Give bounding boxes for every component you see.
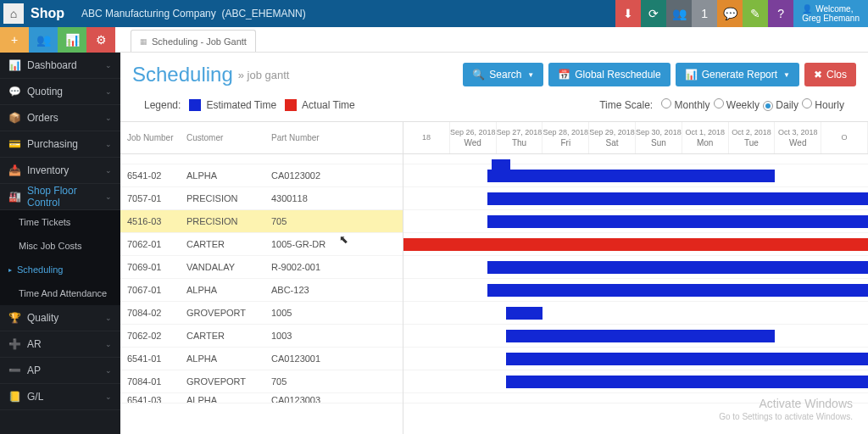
- table-row[interactable]: 7062-01CARTER1005-GR-DR: [120, 233, 403, 256]
- column-customer[interactable]: Customer: [180, 133, 264, 142]
- gantt-chart: Job Number Customer Part Number 6541-02A…: [120, 121, 868, 434]
- sidebar-item-quality[interactable]: 🏆Quality⌄: [0, 305, 120, 331]
- chevron-down-icon: ⌄: [105, 366, 112, 375]
- estimated-bar[interactable]: [506, 376, 868, 388]
- timescale-option-daily[interactable]: Daily: [763, 99, 798, 111]
- timeline-column: Sep 28, 2018Fri: [542, 122, 589, 153]
- table-row[interactable]: 7069-01VANDALAYR-9002-001: [120, 256, 403, 279]
- gears-icon[interactable]: ⚙: [86, 27, 115, 53]
- chat-icon[interactable]: 💬: [717, 0, 743, 27]
- gantt-row[interactable]: [403, 393, 868, 403]
- gantt-row[interactable]: [403, 279, 868, 302]
- estimated-bar[interactable]: [487, 170, 776, 182]
- customer-cell: CARTER: [180, 331, 264, 341]
- gantt-row[interactable]: [403, 187, 868, 210]
- timescale-option-hourly[interactable]: Hourly: [802, 99, 844, 111]
- radio-icon: [802, 98, 812, 108]
- app-logo: ⌂: [3, 3, 24, 24]
- timescale-option-monthly[interactable]: Monthly: [661, 99, 709, 111]
- generate-report-button[interactable]: 📊Generate Report▼: [676, 63, 799, 86]
- table-row[interactable]: [120, 154, 403, 164]
- sidebar-item-ap[interactable]: ➖AP⌄: [0, 358, 120, 384]
- chevron-down-icon: ⌄: [105, 114, 112, 122]
- sidebar-subitem-time-tickets[interactable]: Time Tickets: [0, 210, 120, 234]
- tab-scheduling-job-gantt[interactable]: ▦ Scheduling - Job Gantt: [131, 30, 256, 52]
- sidebar-item-purchasing[interactable]: 💳Purchasing⌄: [0, 131, 120, 158]
- user-welcome[interactable]: 👤Welcome, Greg Ehemann: [793, 0, 868, 27]
- edit-icon[interactable]: ✎: [743, 0, 768, 27]
- table-row[interactable]: 7057-01PRECISION4300118: [120, 187, 403, 210]
- search-button[interactable]: 🔍Search▼: [463, 63, 543, 86]
- legend-actual-swatch: [285, 99, 297, 111]
- estimated-bar[interactable]: [487, 192, 868, 205]
- gantt-row[interactable]: [403, 210, 868, 233]
- sidebar-item-quoting[interactable]: 💬Quoting⌄: [0, 79, 120, 105]
- sidebar-item-orders[interactable]: 📦Orders⌄: [0, 105, 120, 131]
- nav-label: Orders: [27, 112, 98, 124]
- gantt-row[interactable]: [403, 256, 868, 279]
- table-row[interactable]: 6541-03ALPHACA0123003: [120, 393, 403, 403]
- chart-icon[interactable]: 📊: [58, 27, 86, 53]
- estimated-bar[interactable]: [487, 261, 868, 274]
- gantt-row[interactable]: [403, 233, 868, 256]
- sidebar-subitem-misc-job-costs[interactable]: Misc Job Costs: [0, 234, 120, 258]
- table-row[interactable]: 4516-03PRECISION705: [120, 210, 403, 233]
- gantt-row[interactable]: [403, 348, 868, 370]
- table-row[interactable]: 6541-02ALPHACA0123002: [120, 164, 403, 187]
- estimated-bar[interactable]: [506, 353, 868, 365]
- table-row[interactable]: 7062-02CARTER1003: [120, 325, 403, 348]
- timeline-column: Sep 26, 2018Wed: [450, 122, 497, 153]
- timeline-column: Sep 30, 2018Sun: [636, 122, 682, 153]
- table-row[interactable]: 7067-01ALPHAABC-123: [120, 279, 403, 302]
- users-icon[interactable]: 👥: [666, 0, 692, 27]
- badge-icon[interactable]: 1: [692, 0, 717, 27]
- sidebar-item-g/l[interactable]: 📒G/L⌄: [0, 384, 120, 410]
- estimated-bar[interactable]: [487, 215, 868, 228]
- sidebar-item-inventory[interactable]: 📥Inventory⌄: [0, 158, 120, 184]
- chevron-down-icon: ▼: [527, 71, 534, 79]
- part-number-cell: CA0123001: [264, 353, 403, 364]
- close-button[interactable]: ✖Clos: [804, 63, 856, 86]
- help-icon[interactable]: ?: [768, 0, 793, 27]
- gantt-row[interactable]: [403, 325, 868, 348]
- nav-label: Purchasing: [27, 138, 98, 150]
- sidebar-item-ar[interactable]: ➕AR⌄: [0, 331, 120, 358]
- user-name: Greg Ehemann: [802, 14, 860, 23]
- user-icon: 👤: [802, 4, 812, 14]
- refresh-icon[interactable]: ⟳: [641, 0, 666, 27]
- job-number-cell: 7062-02: [120, 331, 180, 341]
- global-reschedule-button[interactable]: 📅Global Reschedule: [548, 63, 670, 86]
- sidebar-subitem-time-and-attendance[interactable]: Time And Attendance: [0, 281, 120, 305]
- plus-icon[interactable]: +: [0, 27, 29, 53]
- sidebar-item-shop-floor-control[interactable]: 🏭Shop Floor Control⌄: [0, 184, 120, 210]
- download-icon[interactable]: ⬇: [615, 0, 641, 27]
- table-row[interactable]: 7084-02GROVEPORT1005: [120, 302, 403, 325]
- gantt-row[interactable]: [403, 164, 868, 187]
- column-part-number[interactable]: Part Number: [264, 133, 403, 142]
- table-row[interactable]: 7084-01GROVEPORT705: [120, 370, 403, 393]
- estimated-bar[interactable]: [506, 330, 776, 342]
- table-row[interactable]: 6541-01ALPHACA0123001: [120, 348, 403, 370]
- estimated-bar[interactable]: [506, 307, 543, 320]
- customer-cell: VANDALAY: [180, 262, 264, 272]
- estimated-bar[interactable]: [487, 284, 868, 297]
- chevron-down-icon: ⌄: [105, 166, 112, 175]
- part-number-cell: 705: [264, 376, 403, 387]
- gantt-row[interactable]: [403, 302, 868, 325]
- job-number-cell: 6541-01: [120, 353, 180, 364]
- company-name: ABC Manufacturing Company (ABC_EHEMANN): [81, 8, 306, 19]
- sidebar-subitem-scheduling[interactable]: ▸Scheduling: [0, 258, 120, 281]
- sidebar-item-dashboard[interactable]: 📊Dashboard⌄: [0, 53, 120, 79]
- chevron-down-icon: ⌄: [105, 61, 112, 70]
- group-icon[interactable]: 👥: [29, 27, 58, 53]
- column-job-number[interactable]: Job Number: [120, 133, 180, 142]
- actual-bar[interactable]: [403, 238, 868, 251]
- gantt-row[interactable]: [403, 154, 868, 164]
- gantt-row[interactable]: [403, 370, 868, 393]
- nav-icon: 💬: [8, 86, 20, 97]
- timescale-option-weekly[interactable]: Weekly: [714, 99, 760, 111]
- part-number-cell: CA0123002: [264, 170, 403, 181]
- legend-estimated-swatch: [189, 99, 201, 111]
- nav-icon: 💳: [8, 138, 20, 150]
- part-number-cell: 1003: [264, 331, 403, 341]
